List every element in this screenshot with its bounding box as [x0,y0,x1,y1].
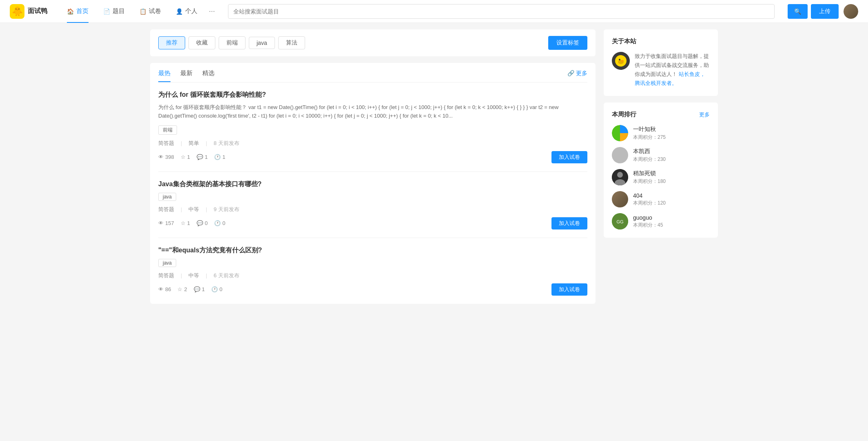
sub-nav-hot[interactable]: 最热 [158,69,170,82]
ranking-info-5: guoguo 本周积分：45 [633,214,710,229]
ranking-item-1: 一叶知秋 本周积分：275 [612,125,710,141]
ranking-avatar-5: GG [612,213,628,229]
left-content: 推荐 收藏 前端 java 算法 设置标签 最热 最新 精选 🔗 更多 为什么 … [150,29,596,304]
tag-frontend[interactable]: 前端 [219,36,246,49]
history-2: 🕐 0 [214,220,225,226]
ranking-name-3: 稍加死锁 [633,170,710,177]
question-title-2[interactable]: Java集合类框架的基本接口有哪些? [158,180,587,189]
sub-nav-featured[interactable]: 精选 [202,69,215,82]
add-to-exam-btn-1[interactable]: 加入试卷 [551,151,587,163]
pie-chart-avatar [612,125,628,141]
history-3: 🕐 0 [211,286,222,292]
ranking-card: 本周排行 更多 一叶知秋 本周积分：275 [604,102,718,238]
ranking-name-5: guoguo [633,214,710,221]
nav-more[interactable]: ··· [206,7,218,16]
ranking-info-1: 一叶知秋 本周积分：275 [633,126,710,141]
views-1: 👁 398 [158,154,174,160]
add-to-exam-btn-3[interactable]: 加入试卷 [551,283,587,296]
home-icon: 🏠 [67,8,74,15]
history-icon: 🕐 [214,154,221,160]
question-tags-1: 前端 [158,125,587,135]
about-section: 致力于收集面试题目与题解，提供一站式面试备战交流服务，助你成为面试达人！ 站长鱼… [612,52,710,88]
comment-icon: 💬 [197,154,203,160]
logo-icon: 🐥 [10,4,24,19]
stats-icons-1: 👁 398 ☆ 1 💬 1 🕐 1 [158,154,225,160]
history-1: 🕐 1 [214,154,225,160]
question-type-1: 简答题 [158,140,174,147]
ranking-info-2: 本凯西 本周积分：230 [633,148,710,163]
ranking-score-3: 本周积分：180 [633,178,710,185]
tag-bar: 推荐 收藏 前端 java 算法 设置标签 [150,29,596,56]
ranking-item-4: 404 本周积分：120 [612,191,710,207]
tag-algorithm[interactable]: 算法 [278,36,305,49]
search-bar [228,4,775,19]
upload-button[interactable]: 上传 [811,4,839,19]
comment-icon: 💬 [194,286,200,292]
ranking-score-1: 本周积分：275 [633,134,710,141]
eye-icon: 👁 [158,286,164,292]
logo[interactable]: 🐥 面试鸭 [10,4,47,19]
eye-icon: 👁 [158,154,164,160]
star-icon: ☆ [177,286,182,292]
nav-home[interactable]: 🏠 首页 [60,0,95,23]
search-button[interactable]: 🔍 [788,4,808,19]
ranking-info-4: 404 本周积分：120 [633,192,710,207]
stars-1: ☆ 1 [181,154,190,160]
add-to-exam-btn-2[interactable]: 加入试卷 [551,217,587,229]
stars-2: ☆ 1 [181,220,190,226]
right-sidebar: 关于本站 致力于收集面试题目与题解，提供一站式面试备战交流服务，助你成为面试达人… [604,29,718,304]
ranking-item-2: 本凯西 本周积分：230 [612,147,710,163]
star-icon: ☆ [181,154,186,160]
question-stats-row-1: 👁 398 ☆ 1 💬 1 🕐 1 [158,151,587,163]
nav-profile[interactable]: 👤 个人 [169,0,204,23]
svg-text:GG: GG [616,219,623,224]
ranking-avatar-4 [612,191,628,207]
question-meta-2: 简答题 | 中等 | 9 天前发布 [158,206,239,213]
stats-icons-3: 👁 86 ☆ 2 💬 1 🕐 0 [158,286,222,292]
question-title-1[interactable]: 为什么 for 循环嵌套顺序会影响性能? [158,91,587,99]
question-tags-3: java [158,259,587,267]
question-type-2: 简答题 [158,206,174,213]
nav-questions[interactable]: 📄 题目 [97,0,131,23]
questions-icon: 📄 [103,8,110,15]
eye-icon: 👁 [158,220,164,226]
svg-point-3 [621,60,624,62]
avatar[interactable] [844,4,858,19]
question-difficulty-1: 简单 [188,140,199,147]
tag-java[interactable]: java [249,37,275,49]
question-item-3: "=="和equals方法究竟有什么区别? java 简答题 | 中等 | 6 … [158,238,587,304]
about-text: 致力于收集面试题目与题解，提供一站式面试备战交流服务，助你成为面试达人！ 站长鱼… [635,52,710,88]
views-3: 👁 86 [158,286,171,292]
ranking-more[interactable]: 更多 [699,111,710,118]
question-stats-row-2: 👁 157 ☆ 1 💬 0 🕐 0 [158,217,587,229]
question-tag-3[interactable]: java [158,259,176,267]
ranking-avatar-2 [612,147,628,163]
comments-2: 💬 0 [197,220,208,226]
main-container: 推荐 收藏 前端 java 算法 设置标签 最热 最新 精选 🔗 更多 为什么 … [140,23,728,310]
ranking-name-1: 一叶知秋 [633,126,710,133]
comments-1: 💬 1 [197,154,208,160]
sub-nav-more[interactable]: 🔗 更多 [567,70,587,82]
content-area: 最热 最新 精选 🔗 更多 为什么 for 循环嵌套顺序会影响性能? 为什么 f… [150,63,596,304]
history-icon: 🕐 [214,220,221,226]
question-difficulty-2: 中等 [188,206,199,213]
ranking-avatar-1 [612,125,628,141]
logo-text: 面试鸭 [28,7,47,16]
nav-exams[interactable]: 📋 试卷 [133,0,168,23]
search-input[interactable] [233,8,769,15]
svg-point-2 [619,59,620,60]
question-tag[interactable]: 前端 [158,125,177,135]
tag-favorites[interactable]: 收藏 [188,36,215,49]
question-footer-3: 简答题 | 中等 | 6 天前发布 [158,272,587,279]
views-2: 👁 157 [158,220,174,226]
history-icon: 🕐 [211,286,218,292]
question-title-3[interactable]: "=="和equals方法究竟有什么区别? [158,246,587,255]
tag-recommended[interactable]: 推荐 [158,36,185,49]
question-tag-2[interactable]: java [158,193,176,201]
question-footer-2: 简答题 | 中等 | 9 天前发布 [158,206,587,213]
tag-settings-button[interactable]: 设置标签 [548,36,587,50]
about-title: 关于本站 [612,38,710,45]
sub-nav-latest[interactable]: 最新 [180,69,193,82]
ranking-info-3: 稍加死锁 本周积分：180 [633,170,710,185]
ranking-title: 本周排行 [612,111,636,118]
